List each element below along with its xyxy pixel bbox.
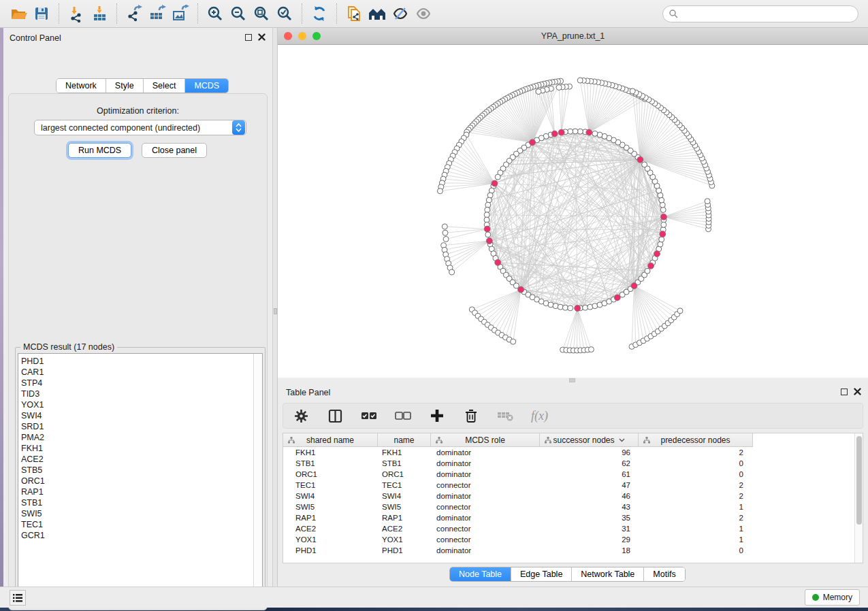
table-row[interactable]: SWI4 SWI4 dominator 46 2 bbox=[283, 491, 863, 501]
tab-style[interactable]: Style bbox=[106, 79, 143, 93]
close-panel-button[interactable]: Close panel bbox=[142, 143, 207, 158]
mcds-result-item[interactable]: ORC1 bbox=[21, 476, 262, 486]
import-network-icon[interactable] bbox=[65, 3, 88, 24]
export-table-icon[interactable] bbox=[146, 3, 169, 24]
float-panel-icon[interactable] bbox=[245, 34, 252, 41]
export-image-icon[interactable] bbox=[169, 3, 192, 24]
mcds-result-list[interactable]: PHD1CAR1STP4TID3YOX1SWI4SRD1PMA2FKH1ACE2… bbox=[18, 353, 263, 597]
table-row[interactable]: ORC1 ORC1 dominator 61 0 bbox=[283, 469, 863, 480]
export-network-icon[interactable] bbox=[123, 3, 146, 24]
mcds-result-item[interactable]: PMA2 bbox=[21, 432, 262, 443]
function-builder-icon: f(x) bbox=[531, 408, 548, 424]
table-row[interactable]: ACE2 ACE2 connector 31 1 bbox=[283, 523, 863, 534]
mcds-result-item[interactable]: GCR1 bbox=[21, 530, 262, 541]
add-row-icon[interactable] bbox=[429, 408, 445, 424]
refresh-icon[interactable] bbox=[308, 3, 331, 24]
dropdown-stepper-icon bbox=[232, 120, 245, 135]
float-panel-icon[interactable] bbox=[841, 389, 848, 395]
show-columns-icon[interactable] bbox=[327, 408, 343, 424]
mcds-result-item[interactable]: ACE2 bbox=[21, 454, 262, 465]
zoom-in-icon[interactable] bbox=[204, 3, 227, 24]
memory-status-icon bbox=[812, 594, 819, 601]
mcds-result-item[interactable]: PHD1 bbox=[21, 356, 262, 367]
toolbar-separator bbox=[59, 3, 59, 24]
settings-icon[interactable] bbox=[293, 408, 309, 424]
toolbar-separator bbox=[302, 3, 302, 24]
table-row[interactable]: YOX1 YOX1 connector 29 1 bbox=[283, 534, 863, 545]
table-row[interactable]: RAP1 RAP1 dominator 35 2 bbox=[283, 512, 863, 523]
memory-button[interactable]: Memory bbox=[805, 589, 860, 606]
mcds-result-item[interactable]: CAR1 bbox=[21, 367, 262, 378]
show-all-icon[interactable] bbox=[412, 3, 435, 24]
mcds-result-item[interactable]: TID3 bbox=[21, 389, 262, 399]
table-panel: Table Panel f(x) shared namenameMC bbox=[278, 384, 868, 587]
splitter-grip[interactable] bbox=[569, 378, 575, 382]
network-window-titlebar[interactable]: YPA_prune.txt_1 bbox=[278, 28, 868, 45]
hide-selected-icon[interactable] bbox=[389, 3, 412, 24]
table-panel-tabs: Node Table Edge Table Network Table Moti… bbox=[449, 567, 686, 582]
criterion-dropdown[interactable]: largest connected component (undirected) bbox=[34, 120, 246, 135]
column-header-shared-name[interactable]: shared name bbox=[283, 433, 378, 446]
column-header-name[interactable]: name bbox=[378, 433, 431, 446]
column-header-MCDS-role[interactable]: MCDS role bbox=[431, 433, 540, 446]
optimization-criterion-label: Optimization criterion: bbox=[9, 106, 267, 116]
column-header-predecessor-nodes[interactable]: predecessor nodes bbox=[639, 433, 753, 446]
search-box[interactable] bbox=[662, 5, 858, 22]
table-body: FKH1 FKH1 dominator 96 2 STB1 STB1 domin… bbox=[283, 447, 863, 556]
clone-network-icon[interactable] bbox=[342, 3, 366, 24]
table-row[interactable]: STB1 STB1 dominator 62 0 bbox=[283, 458, 863, 469]
close-panel-icon[interactable] bbox=[258, 33, 266, 41]
tab-mcds[interactable]: MCDS bbox=[184, 79, 228, 93]
zoom-fit-icon[interactable] bbox=[250, 3, 273, 24]
zoom-out-icon[interactable] bbox=[227, 3, 250, 24]
mcds-result-item[interactable]: STP4 bbox=[21, 378, 262, 389]
mcds-result-item[interactable]: SRD1 bbox=[21, 421, 262, 432]
mcds-result-item[interactable]: RAP1 bbox=[21, 486, 262, 497]
tab-network[interactable]: Network bbox=[57, 79, 106, 93]
run-mcds-button[interactable]: Run MCDS bbox=[68, 143, 131, 158]
mcds-result-item[interactable]: SWI5 bbox=[21, 508, 262, 519]
table-scrollbar[interactable] bbox=[854, 433, 863, 563]
network-canvas[interactable] bbox=[278, 45, 868, 378]
close-panel-icon[interactable] bbox=[854, 388, 861, 395]
mcds-result-title: MCDS result (17 nodes) bbox=[20, 342, 117, 352]
deselect-all-icon[interactable] bbox=[395, 408, 411, 424]
table-row[interactable]: TEC1 TEC1 connector 47 2 bbox=[283, 480, 863, 491]
mcds-result-item[interactable]: STB5 bbox=[21, 465, 262, 476]
tab-edge-table[interactable]: Edge Table bbox=[511, 567, 571, 581]
tab-node-table[interactable]: Node Table bbox=[450, 567, 511, 581]
first-neighbors-icon[interactable] bbox=[366, 3, 389, 24]
result-scrollbar[interactable] bbox=[253, 354, 262, 596]
scrollbar-thumb[interactable] bbox=[856, 436, 862, 525]
tab-network-table[interactable]: Network Table bbox=[571, 567, 643, 581]
memory-label: Memory bbox=[823, 593, 852, 602]
splitter-grip[interactable] bbox=[274, 308, 277, 314]
horizontal-splitter[interactable] bbox=[278, 378, 868, 384]
table-row[interactable]: SWI5 SWI5 connector 43 1 bbox=[283, 501, 863, 512]
search-input[interactable] bbox=[678, 9, 841, 18]
mcds-result-item[interactable]: TEC1 bbox=[21, 519, 262, 530]
vertical-splitter[interactable] bbox=[272, 28, 278, 587]
mcds-tab-content: Optimization criterion: largest connecte… bbox=[8, 93, 268, 610]
column-header-successor-nodes[interactable]: successor nodes bbox=[540, 433, 639, 446]
mcds-result-item[interactable]: STB1 bbox=[21, 497, 262, 508]
task-history-button[interactable] bbox=[10, 590, 26, 606]
open-session-icon[interactable] bbox=[7, 3, 30, 24]
mcds-result-item[interactable]: YOX1 bbox=[21, 399, 262, 410]
list-icon bbox=[13, 594, 22, 602]
save-session-icon[interactable] bbox=[30, 3, 53, 24]
zoom-selected-icon[interactable] bbox=[273, 3, 296, 24]
table-row[interactable]: FKH1 FKH1 dominator 96 2 bbox=[283, 447, 863, 458]
tab-select[interactable]: Select bbox=[143, 79, 185, 93]
node-table[interactable]: shared namenameMCDS rolesuccessor nodesp… bbox=[283, 433, 863, 563]
table-row[interactable]: PHD1 PHD1 dominator 18 0 bbox=[283, 545, 863, 556]
import-table-icon[interactable] bbox=[88, 3, 111, 24]
control-panel: Control Panel Network Style Select MCDS … bbox=[3, 28, 272, 587]
mcds-result-item[interactable]: SWI4 bbox=[21, 410, 262, 421]
network-window-title: YPA_prune.txt_1 bbox=[278, 31, 868, 41]
select-all-icon[interactable] bbox=[361, 408, 377, 424]
tab-motifs[interactable]: Motifs bbox=[643, 567, 684, 581]
mcds-result-item[interactable]: FKH1 bbox=[21, 443, 262, 454]
delete-row-icon[interactable] bbox=[463, 408, 479, 424]
criterion-value: largest connected component (undirected) bbox=[35, 123, 232, 133]
